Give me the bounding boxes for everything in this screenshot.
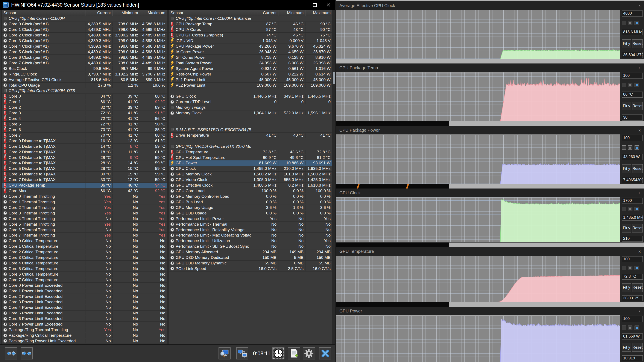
column-header-maximum[interactable]: Maximum: [305, 10, 332, 16]
minimize-button[interactable]: [294, 0, 308, 10]
sensor-row[interactable]: Core 1 Clock (perf #1)4,489.0 MHz798.0 M…: [2, 27, 167, 32]
sensor-row[interactable]: [169, 88, 332, 94]
graph-close-icon[interactable]: x: [639, 3, 641, 8]
sensor-row[interactable]: GPU Effective Clock1,488.5 MHz8.2 MHz1,6…: [169, 183, 332, 188]
sensor-row[interactable]: Rest-of-Chip Power0.507 W0.222 W0.614 W: [169, 71, 332, 77]
column-header-current[interactable]: Current: [85, 10, 112, 16]
graph-toggle-button[interactable]: [634, 326, 639, 330]
sensor-row[interactable]: Core 2 Distance to TjMAX18 °C11 °C61 °C: [2, 149, 167, 155]
graph-toggle-button[interactable]: [622, 266, 626, 270]
section-header-row[interactable]: GPU [#1]: NVIDIA GeForce RTX 3070 Mobile…: [169, 144, 332, 149]
sensor-row[interactable]: Core 4 Critical TemperatureNoNoNo: [2, 261, 167, 266]
sensor-row[interactable]: GPU Clock1,446.5 MHz349.1 MHz1,446.5 MHz: [169, 94, 332, 99]
report-button[interactable]: [288, 348, 300, 360]
sensor-row[interactable]: Performance Limit - Max Operating Voltag…: [169, 233, 332, 238]
column-header-minimum[interactable]: Minimum: [112, 10, 140, 16]
sensor-row[interactable]: GPU Memory Controller Load0.0 %0.0 %0.0 …: [169, 194, 332, 199]
sensor-row[interactable]: Core 5 Critical TemperatureNoNoNo: [2, 266, 167, 272]
sensor-row[interactable]: Core 7 Power Limit ExceededNoNoNo: [2, 322, 167, 327]
sensor-row[interactable]: Core 0 Critical TemperatureNoNoNo: [2, 238, 167, 244]
sensor-row[interactable]: Core 770 °C41 °C88 °C: [2, 132, 167, 138]
column-header-sensor[interactable]: Sensor: [2, 10, 85, 16]
graph-toggle-button[interactable]: [628, 266, 632, 270]
sensor-row[interactable]: Core 6 Clock (perf #1)4,489.0 MHz798.0 M…: [2, 55, 167, 60]
sensor-row[interactable]: Total CPU Usage17.3 %1.2 %19.6 %: [2, 82, 167, 88]
column-header-sensor[interactable]: Sensor: [169, 10, 251, 16]
sensor-row[interactable]: Average Effective CPU Clock818.6 MHz80.5…: [2, 77, 167, 82]
toolbar-close-button[interactable]: [319, 348, 331, 360]
sensor-row[interactable]: Performance Limit - ThermalNoNoNo: [169, 222, 332, 227]
sensor-row[interactable]: iGPU VID1.043 V0.000 V1.048 V: [169, 38, 332, 44]
reset-button[interactable]: Reset: [632, 102, 643, 110]
reset-button[interactable]: Reset: [632, 39, 643, 48]
sensor-row[interactable]: Core 572 °C41 °C90 °C: [2, 122, 167, 127]
graph-toggle-button[interactable]: [622, 326, 626, 330]
reset-button[interactable]: Reset: [632, 343, 643, 352]
system-summary-button[interactable]: [218, 348, 230, 360]
sensor-row[interactable]: CPU IA Cores87 °C43 °C90 °C: [169, 27, 332, 32]
graph-toggle-button[interactable]: [628, 145, 632, 150]
section-header-row[interactable]: CPU [#0]: Intel Core i7-11800H: Enhanced: [169, 16, 332, 21]
sensor-row[interactable]: Bus Clock99.8 MHz99.7 MHz99.8 MHz: [2, 66, 167, 71]
reset-button[interactable]: Reset: [632, 224, 643, 233]
sensor-row[interactable]: CPU GT Cores (Graphics)74 °C46 °C76 °C: [169, 32, 332, 38]
sensor-row[interactable]: GPU D3D Memory Dedicated150 MB5 MB150 MB: [169, 255, 332, 261]
sensor-row[interactable]: Ring/LLC Clock3,790.7 MHz3,192.2 MHz3,79…: [2, 71, 167, 77]
collapse-columns-button[interactable]: [20, 348, 33, 360]
sensor-row[interactable]: Core 7 Critical TemperatureNoNoNo: [2, 277, 167, 283]
graph-titlebar[interactable]: Average Effective CPU Clockx: [336, 1, 644, 10]
sensor-row[interactable]: Core 0 Power Limit ExceededNoNoNo: [2, 283, 167, 288]
vertical-scrollbar[interactable]: [332, 10, 335, 345]
graph-titlebar[interactable]: GPU Clockx: [336, 189, 644, 197]
sensor-row[interactable]: Core 282 °C39 °C89 °C: [2, 105, 167, 110]
graph-close-icon[interactable]: x: [639, 249, 641, 254]
sensor-row[interactable]: Core 472 °C41 °C86 °C: [2, 116, 167, 122]
sensor-row[interactable]: [169, 122, 332, 127]
sensor-row[interactable]: Package/Ring Power Limit ExceededNoNoNo: [2, 338, 167, 344]
graph-titlebar[interactable]: GPU Temperaturex: [336, 247, 644, 256]
sensor-row[interactable]: Core 6 Critical TemperatureNoNoNo: [2, 272, 167, 277]
graph-toggle-button[interactable]: [622, 145, 626, 150]
sensor-row[interactable]: Core 4 Power Limit ExceededNoNoNo: [2, 305, 167, 311]
sensor-row[interactable]: Core 7 Distance to TjMAX30 °C12 °C59 °C: [2, 177, 167, 183]
sensor-row[interactable]: Core 1 Critical TemperatureNoNoNo: [2, 244, 167, 249]
sensor-row[interactable]: Core 5 Thermal ThrottlingYesNoYes: [2, 222, 167, 227]
graph-toggle-button[interactable]: [634, 145, 639, 150]
sensor-row[interactable]: GPU Hot Spot Temperature80.9 °C49.8 °C81…: [169, 155, 332, 160]
sensor-row[interactable]: CPU Package Temp86 °C46 °C94 °C: [2, 183, 167, 188]
fit-y-button[interactable]: Fit y: [622, 283, 631, 292]
sensor-row[interactable]: Core 2 Clock (perf #1)4,489.0 MHz3,990.2…: [2, 32, 167, 38]
sensor-row[interactable]: GPU D3D Memory Dynamic55 MB0 MB55 MB: [169, 261, 332, 266]
sensor-row[interactable]: PL1 Power Limit45.000 W45.000 W45.000 W: [169, 77, 332, 82]
column-header-current[interactable]: Current: [251, 10, 278, 16]
sensor-row[interactable]: CPU Package Temp87 °C46 °C90 °C: [169, 21, 332, 27]
graph-toggle-button[interactable]: [634, 266, 639, 270]
sensor-row[interactable]: Core 4 Thermal ThrottlingNoNoYes: [2, 216, 167, 222]
settings-button[interactable]: [303, 348, 315, 360]
sensor-row[interactable]: Performance Limit - UtilizationNoNoYes: [169, 238, 332, 244]
column-header-maximum[interactable]: Maximum: [140, 10, 167, 16]
fit-y-button[interactable]: Fit y: [622, 343, 631, 352]
section-header-row[interactable]: CPU [#0]: Intel Core i7-11800H: [2, 16, 167, 21]
maximize-button[interactable]: [308, 0, 322, 10]
sensor-row[interactable]: Core 2 Critical TemperatureNoNoNo: [2, 249, 167, 255]
sensor-row[interactable]: Performance Limit - Reliability VoltageN…: [169, 227, 332, 233]
section-header-row[interactable]: S.M.A.R.T.: ESR01TBTLG-E6GBTNB4 (BF25071…: [169, 127, 332, 132]
graph-toggle-button[interactable]: [628, 21, 632, 25]
sensor-row[interactable]: Core 1 Power Limit ExceededNoNoNo: [2, 288, 167, 294]
sensor-row[interactable]: Core 0 Clock (perf #1)4,289.5 MHz798.0 M…: [2, 21, 167, 27]
sensor-row[interactable]: IA Cores Power26.948 W4.659 W28.870 W: [169, 49, 332, 55]
graph-toggle-button[interactable]: [628, 207, 632, 211]
sensor-row[interactable]: Current cTDP Level000: [169, 99, 332, 105]
remote-monitoring-button[interactable]: [236, 348, 248, 360]
sensor-row[interactable]: Core 0 Thermal ThrottlingYesNoYes: [2, 194, 167, 199]
sensor-row[interactable]: Core 670 °C41 °C85 °C: [2, 127, 167, 132]
sensor-row[interactable]: GPU Bus Load0.0 %0.0 %0.0 %: [169, 199, 332, 205]
sensor-row[interactable]: Core 1 Thermal ThrottlingYesNoYes: [2, 199, 167, 205]
fit-y-button[interactable]: Fit y: [622, 102, 631, 110]
graph-toggle-button[interactable]: [634, 83, 639, 87]
sensor-row[interactable]: Core 3 Thermal ThrottlingYesNoYes: [2, 210, 167, 216]
sensor-row[interactable]: GPU Core Load100.0 %0.0 %100.0 %: [169, 188, 332, 194]
sensor-row[interactable]: GPU Video Clock1,305.0 MHz555.0 MHz1,425…: [169, 177, 332, 183]
scrollbar-thumb[interactable]: [333, 72, 335, 84]
